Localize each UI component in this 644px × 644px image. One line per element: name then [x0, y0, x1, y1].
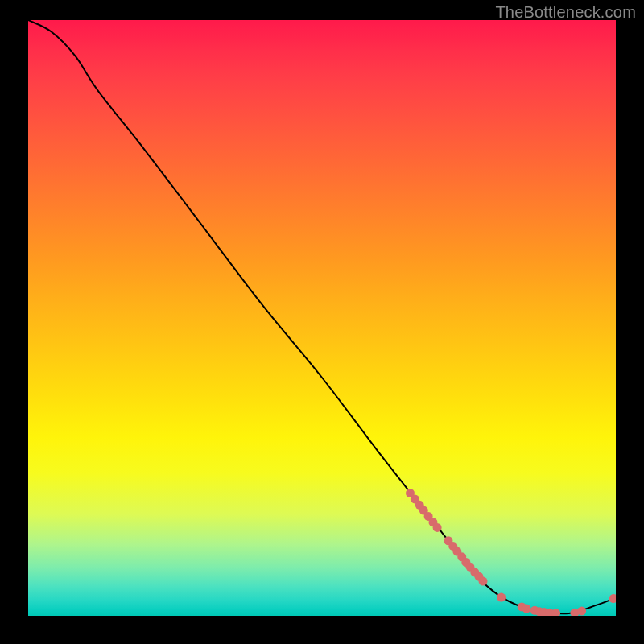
data-point — [433, 523, 442, 532]
data-point — [479, 577, 488, 586]
bottleneck-curve — [28, 20, 616, 613]
plot-area — [28, 20, 616, 616]
data-point — [609, 594, 616, 603]
data-point — [551, 609, 560, 616]
marker-dots — [406, 489, 616, 616]
chart-svg — [28, 20, 616, 616]
data-point — [577, 607, 586, 616]
watermark-text: TheBottleneck.com — [495, 3, 636, 22]
data-point — [497, 593, 506, 602]
data-point — [522, 605, 531, 613]
chart-stage: TheBottleneck.com — [0, 0, 644, 644]
